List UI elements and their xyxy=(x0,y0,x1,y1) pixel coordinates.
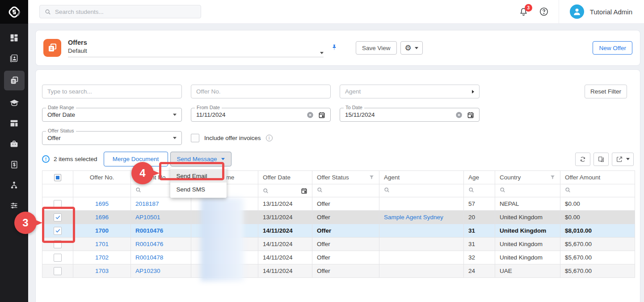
filter-funnel-icon[interactable] xyxy=(550,174,556,180)
row-checkbox[interactable] xyxy=(54,227,62,235)
offer-row-1702[interactable]: 1702R001047814/11/2024Offer32United King… xyxy=(42,251,635,264)
column-filter-cell-9[interactable] xyxy=(560,184,635,197)
cell[interactable] xyxy=(42,211,73,224)
dashboard-icon[interactable] xyxy=(4,30,25,46)
filter-funnel-icon[interactable] xyxy=(369,174,375,180)
calendar-icon[interactable] xyxy=(318,111,325,119)
row-checkbox[interactable] xyxy=(54,254,62,262)
new-offer-button[interactable]: New Offer xyxy=(593,41,632,55)
refresh-button[interactable] xyxy=(575,153,590,166)
pin-view-button[interactable] xyxy=(331,43,338,53)
notifications-button[interactable]: 3 xyxy=(519,7,528,17)
offers-table-body: 1695201818713/11/2024Offer57NEPAL$0.0016… xyxy=(42,197,635,278)
offer-no-link[interactable]: 1700 xyxy=(95,227,109,234)
offers-icon[interactable] xyxy=(4,71,25,90)
include-invoices-checkbox[interactable] xyxy=(191,134,199,142)
user-avatar[interactable] xyxy=(570,4,584,19)
send-message-button[interactable]: Send Message xyxy=(170,152,232,166)
select-all-header[interactable] xyxy=(42,171,73,184)
offer-no-link[interactable]: 1701 xyxy=(95,241,109,247)
column-filter-cell-5[interactable] xyxy=(312,184,379,197)
to-date-field[interactable]: To Date 15/11/2024 xyxy=(340,108,480,122)
student-no-link[interactable]: R0010476 xyxy=(135,227,163,234)
offer-row-1700[interactable]: 1700R001047614/11/2024Offer31United King… xyxy=(42,224,635,238)
student-no-link[interactable]: 2018187 xyxy=(135,200,159,207)
from-date-field[interactable]: From Date 11/11/2024 xyxy=(191,108,331,122)
reset-filter-button[interactable]: Reset Filter xyxy=(585,85,627,98)
cell[interactable] xyxy=(42,264,73,278)
menu-item-send-email[interactable]: Send Email xyxy=(170,169,227,183)
refresh-icon xyxy=(579,156,586,163)
agent-link[interactable]: Sample Agent Sydney xyxy=(384,214,443,221)
briefcase-icon[interactable] xyxy=(4,136,25,152)
column-chooser-button[interactable] xyxy=(593,153,609,166)
calendar-icon[interactable] xyxy=(467,111,474,119)
student-no-link[interactable]: R0010476 xyxy=(135,241,163,247)
student-no-link[interactable]: AP10501 xyxy=(135,214,160,221)
merge-document-button[interactable]: Merge Document xyxy=(104,152,168,166)
offer-no-link[interactable]: 1702 xyxy=(95,254,109,261)
column-header-offer-amount[interactable]: Offer Amount xyxy=(560,171,635,184)
save-view-button[interactable]: Save View xyxy=(356,41,397,55)
column-filter-cell-6[interactable] xyxy=(379,184,464,197)
column-header-country[interactable]: Country xyxy=(495,171,560,184)
offer-no-input[interactable] xyxy=(196,88,325,95)
view-selector[interactable]: Default xyxy=(68,47,324,57)
clear-icon[interactable] xyxy=(455,111,463,119)
user-name[interactable]: Tutorial Admin xyxy=(590,8,632,16)
column-header-offer-date[interactable]: Offer Date xyxy=(258,171,312,184)
quick-search-field[interactable] xyxy=(42,85,182,98)
column-header-age[interactable]: Age xyxy=(464,171,495,184)
offer-no-link[interactable]: 1695 xyxy=(95,200,109,207)
offer-no-link[interactable]: 1703 xyxy=(95,268,109,274)
layout-icon[interactable] xyxy=(4,115,25,132)
selection-count: 2 items selected xyxy=(54,156,97,162)
cell[interactable] xyxy=(42,251,73,264)
offer-no-link[interactable]: 1696 xyxy=(95,214,109,221)
offer-no-field[interactable] xyxy=(191,85,331,98)
select-all-checkbox[interactable] xyxy=(54,174,61,181)
offer-row-1703[interactable]: 1703AP1023014/11/2024Offer24UAE$5,670.00 xyxy=(42,264,635,278)
cell[interactable] xyxy=(42,238,73,251)
row-checkbox[interactable] xyxy=(54,267,62,275)
date-range-select[interactable]: Date Range Offer Date xyxy=(42,108,182,122)
row-checkbox[interactable] xyxy=(54,200,62,208)
student-search-input[interactable] xyxy=(55,9,196,15)
export-button[interactable] xyxy=(612,153,634,166)
column-filter-cell-0 xyxy=(42,184,73,197)
offer-row-1701[interactable]: 1701R001047614/11/2024Offer31United King… xyxy=(42,238,635,251)
column-header-offer-no-[interactable]: Offer No. xyxy=(73,171,131,184)
student-search-box[interactable] xyxy=(39,5,201,18)
offer-status-select[interactable]: Offer Status Offer xyxy=(42,131,182,145)
quick-search-input[interactable] xyxy=(47,88,177,95)
view-settings-button[interactable]: ⚙ xyxy=(400,41,423,55)
app-logo[interactable] xyxy=(0,0,28,24)
offer-row-1695[interactable]: 1695201818713/11/2024Offer57NEPAL$0.00 xyxy=(42,197,635,211)
clear-icon[interactable] xyxy=(307,111,314,119)
cell: 14/11/2024 xyxy=(258,251,312,264)
row-checkbox[interactable] xyxy=(54,240,62,248)
column-filter-cell-8[interactable] xyxy=(495,184,560,197)
calendar-icon[interactable] xyxy=(301,187,307,194)
help-button[interactable] xyxy=(539,7,549,17)
student-no-link[interactable]: R0010478 xyxy=(135,254,163,261)
column-filter-cell-4[interactable] xyxy=(258,184,312,197)
student-no-link[interactable]: AP10230 xyxy=(135,268,160,274)
courses-icon[interactable] xyxy=(4,94,25,111)
column-header-agent[interactable]: Agent xyxy=(379,171,464,184)
cell: 14/11/2024 xyxy=(258,264,312,278)
cell: $5,670.00 xyxy=(560,264,635,278)
column-header-offer-status[interactable]: Offer Status xyxy=(312,171,379,184)
column-filter-cell-7[interactable] xyxy=(464,184,495,197)
offer-row-1696[interactable]: 1696AP1050113/11/2024OfferSample Agent S… xyxy=(42,211,635,224)
sliders-icon[interactable] xyxy=(4,197,25,214)
menu-item-send-sms[interactable]: Send SMS xyxy=(170,183,227,196)
students-icon[interactable] xyxy=(4,50,25,67)
agents-icon[interactable] xyxy=(4,177,25,193)
agent-field[interactable]: Agent xyxy=(340,85,480,98)
row-checkbox[interactable] xyxy=(54,213,62,221)
cell[interactable] xyxy=(42,197,73,211)
invoice-icon[interactable] xyxy=(4,156,25,173)
cell xyxy=(191,224,258,238)
cell[interactable] xyxy=(42,224,73,238)
